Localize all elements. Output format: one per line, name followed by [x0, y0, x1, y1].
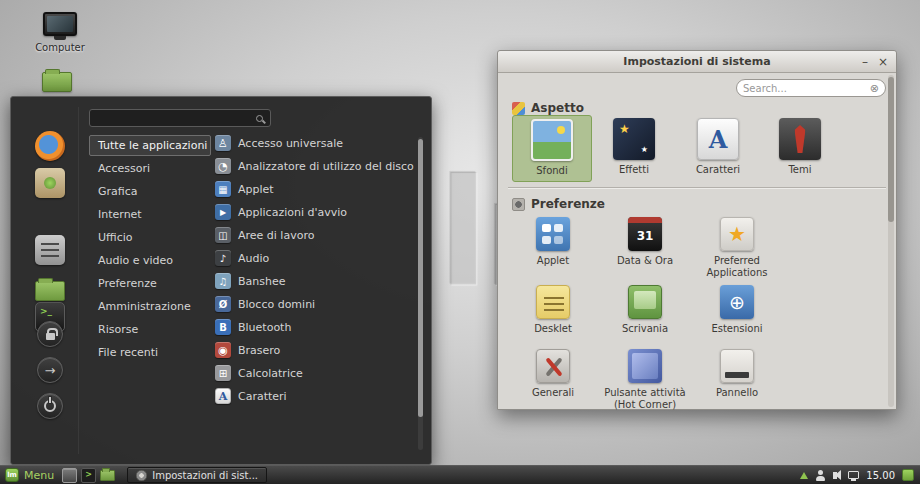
settings-item-caratteri[interactable]: Caratteri	[678, 118, 758, 176]
category-file-recenti[interactable]: File recenti	[89, 342, 211, 363]
app-blocco-domini[interactable]: Blocco domini	[215, 296, 417, 312]
shutdown-button[interactable]	[37, 393, 63, 419]
category-preferenze[interactable]: Preferenze	[89, 273, 211, 294]
date-time-icon	[628, 217, 662, 251]
category-ufficio[interactable]: Ufficio	[89, 227, 211, 248]
system-settings-window: Impostazioni di sistema – × ⊗ Aspetto Sf…	[497, 50, 897, 410]
menu-button[interactable]: Menu	[0, 466, 62, 484]
applets-icon	[536, 217, 570, 251]
settings-item-preferred-applications[interactable]: Preferred Applications	[694, 217, 780, 278]
menu-button-label: Menu	[24, 469, 54, 482]
settings-item-scrivania[interactable]: Scrivania	[602, 285, 688, 335]
menu-scrollbar-track[interactable]	[418, 137, 423, 450]
app-applet[interactable]: Applet	[215, 181, 417, 197]
app-bluetooth[interactable]: Bluetooth	[215, 319, 417, 335]
lock-screen-button[interactable]	[37, 321, 63, 347]
updates-arrow-icon[interactable]	[800, 472, 808, 479]
software-manager-icon[interactable]	[35, 168, 65, 198]
logout-arrow-icon: →	[45, 364, 56, 377]
app-caratteri[interactable]: Caratteri	[215, 388, 417, 404]
menu-search-input[interactable]	[95, 112, 256, 125]
preferred-applications-icon	[720, 217, 754, 251]
settings-item-desklet[interactable]: Desklet	[510, 285, 596, 335]
taskbar-window-button[interactable]: Impostazioni di sist...	[127, 467, 267, 483]
firefox-icon[interactable]	[35, 131, 65, 161]
desktop-icon-home[interactable]	[42, 72, 72, 92]
gear-icon	[136, 470, 147, 481]
brasero-icon	[215, 342, 231, 358]
settings-item-data-ora[interactable]: Data & Ora	[602, 217, 688, 267]
workspaces-icon	[215, 227, 231, 243]
desktop-icon	[628, 285, 662, 319]
universal-access-icon	[215, 135, 231, 151]
category-internet[interactable]: Internet	[89, 204, 211, 225]
banshee-icon	[215, 273, 231, 289]
settings-scrollbar-thumb[interactable]	[888, 77, 894, 222]
mint-menu-popup: → Tutte le applicazioni Accessori Grafic…	[10, 96, 432, 465]
logout-button[interactable]: →	[37, 357, 63, 383]
user-applet-icon[interactable]	[815, 470, 826, 481]
general-icon	[536, 349, 570, 383]
files-launcher[interactable]	[100, 470, 115, 481]
bluetooth-icon	[215, 319, 231, 335]
bottom-panel: Menu Impostazioni di sist... 15.00	[0, 465, 920, 484]
category-grafica[interactable]: Grafica	[89, 181, 211, 202]
section-header-preferenze: Preferenze	[512, 197, 605, 211]
settings-scrollbar-track[interactable]	[888, 75, 894, 407]
show-desktop-button[interactable]	[62, 468, 77, 483]
category-amministrazione[interactable]: Amministrazione	[89, 296, 211, 317]
files-folder-icon	[35, 281, 65, 301]
desktop-icon-label: Computer	[35, 42, 85, 53]
window-controls: – ×	[862, 51, 888, 73]
minimize-button[interactable]: –	[862, 56, 868, 68]
category-audio-e-video[interactable]: Audio e video	[89, 250, 211, 271]
menu-categories: Tutte le applicazioni Accessori Grafica …	[89, 135, 211, 365]
settings-item-sfondi[interactable]: Sfondi	[512, 115, 592, 182]
app-accesso-universale[interactable]: Accesso universale	[215, 135, 417, 151]
settings-item-temi[interactable]: Temi	[760, 118, 840, 176]
clear-search-icon[interactable]: ⊗	[870, 83, 879, 94]
desktop-icon-computer[interactable]: Computer	[30, 12, 90, 53]
lock-icon	[46, 333, 55, 340]
app-applicazioni-avvio[interactable]: Applicazioni d'avvio	[215, 204, 417, 220]
menu-scrollbar-thumb[interactable]	[418, 139, 423, 417]
settings-item-applet[interactable]: Applet	[510, 217, 596, 267]
app-aree-di-lavoro[interactable]: Aree di lavoro	[215, 227, 417, 243]
appearance-icon	[512, 102, 525, 115]
home-folder-icon	[42, 72, 72, 92]
disk-usage-analyzer-icon	[215, 158, 231, 174]
category-tutte-le-applicazioni[interactable]: Tutte le applicazioni	[89, 135, 211, 156]
category-risorse[interactable]: Risorse	[89, 319, 211, 340]
app-calcolatrice[interactable]: Calcolatrice	[215, 365, 417, 381]
volume-icon[interactable]	[833, 472, 837, 479]
terminal-launcher[interactable]	[81, 468, 96, 483]
app-audio[interactable]: Audio	[215, 250, 417, 266]
settings-item-hot-corner[interactable]: Pulsante attività (Hot Corner)	[602, 349, 688, 410]
window-titlebar[interactable]: Impostazioni di sistema – ×	[498, 51, 896, 73]
desklets-icon	[536, 285, 570, 319]
close-button[interactable]: ×	[878, 56, 888, 68]
app-brasero[interactable]: Brasero	[215, 342, 417, 358]
category-accessori[interactable]: Accessori	[89, 158, 211, 179]
app-banshee[interactable]: Banshee	[215, 273, 417, 289]
fonts-icon	[215, 388, 231, 404]
audio-icon	[215, 250, 231, 266]
workspace-corner-icon[interactable]	[902, 469, 914, 481]
settings-search-box: ⊗	[736, 79, 886, 97]
clock[interactable]: 15.00	[866, 470, 895, 481]
settings-search-input[interactable]	[743, 83, 870, 94]
taskbar-window-label: Impostazioni di sist...	[152, 470, 258, 481]
calculator-icon	[215, 365, 231, 381]
startup-applications-icon	[215, 204, 231, 220]
settings-item-generali[interactable]: Generali	[510, 349, 596, 399]
app-analizzatore-disco[interactable]: Analizzatore di utilizzo del disco	[215, 158, 417, 174]
files-icon[interactable]	[35, 281, 65, 311]
system-settings-icon[interactable]	[35, 235, 65, 265]
extensions-icon	[720, 285, 754, 319]
backgrounds-icon	[531, 119, 573, 161]
settings-item-effetti[interactable]: Effetti	[594, 118, 674, 176]
network-icon[interactable]	[848, 471, 859, 479]
settings-item-estensioni[interactable]: Estensioni	[694, 285, 780, 335]
settings-item-pannello[interactable]: Pannello	[694, 349, 780, 399]
menu-favorites-sidebar: →	[19, 107, 79, 454]
